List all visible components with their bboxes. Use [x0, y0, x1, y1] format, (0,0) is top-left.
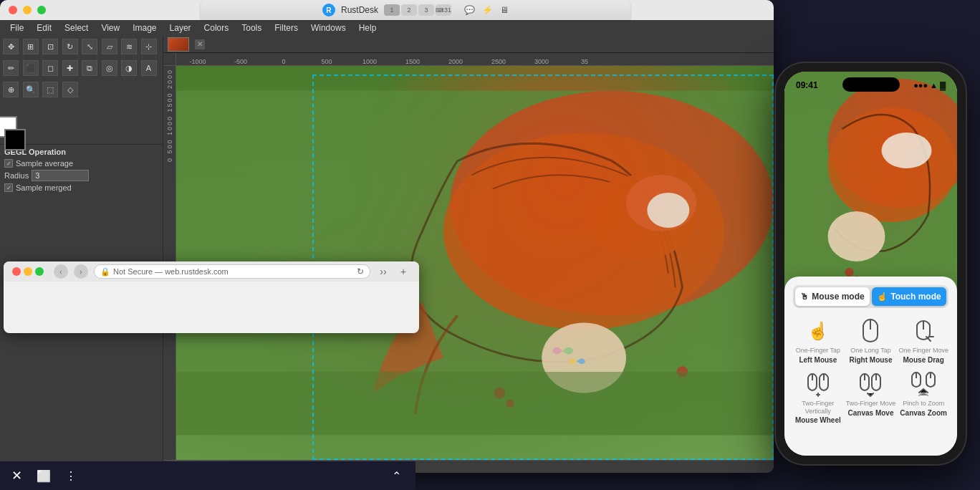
ruler-tick-500: 500 — [305, 58, 348, 65]
close-button[interactable] — [9, 6, 17, 14]
gesture-top-mouse-drag: One Finger Move — [898, 347, 948, 355]
gesture-bottom-left-mouse: Left Mouse — [799, 356, 837, 364]
browser-close[interactable] — [12, 267, 21, 276]
gesture-icon-right-mouse — [856, 317, 885, 345]
finger-move-svg — [911, 318, 936, 344]
rustdesk-tab-3[interactable]: 3 — [418, 4, 434, 16]
browser-window: ‹ › 🔒 Not Secure — web.rustdesk.com ↻ ››… — [4, 261, 419, 333]
gesture-bottom-canvas-move: Canvas Move — [848, 409, 894, 417]
sample-merged-checkbox[interactable]: ✓ — [4, 183, 13, 192]
gesture-icon-canvas-move — [856, 370, 885, 398]
tool-dodge[interactable]: ◑ — [121, 60, 137, 76]
menu-colors[interactable]: Colors — [198, 23, 235, 33]
not-secure-label: 🔒 — [100, 267, 110, 277]
tool-extra1[interactable]: ⬚ — [42, 82, 58, 97]
menu-layer[interactable]: Layer — [164, 23, 197, 33]
gesture-top-canvas-zoom: Pinch to Zoom — [903, 400, 944, 408]
ruler-tick-1500: 1500 — [391, 58, 434, 65]
tool-paint[interactable]: ✏ — [3, 60, 19, 76]
toolbar-close-button[interactable]: ✕ — [11, 468, 22, 484]
signal-icon: ●●● — [913, 81, 928, 90]
mouse-mode-button[interactable]: 🖱 Mouse mode — [795, 287, 870, 306]
menu-filters[interactable]: Filters — [269, 23, 304, 33]
tool-heal[interactable]: ✚ — [62, 60, 78, 76]
browser-address-bar[interactable]: 🔒 Not Secure — web.rustdesk.com ↻ — [94, 264, 370, 279]
ruler-corner — [163, 53, 176, 66]
add-tab-button[interactable]: + — [396, 264, 410, 279]
tab-close-button[interactable]: ✕ — [195, 39, 205, 49]
tool-zoom[interactable]: ⊕ — [3, 82, 19, 97]
menu-file[interactable]: File — [4, 23, 29, 33]
browser-forward[interactable]: › — [74, 264, 88, 279]
ruler-tick-container: -1000 -500 0 500 1000 1500 2000 2500 300… — [176, 53, 774, 65]
gesture-icon-left-mouse: ☝ — [804, 317, 832, 345]
browser-url: Not Secure — web.rustdesk.com — [113, 267, 229, 276]
bottom-toolbar: ✕ ⬜ ⋮ ⌃ — [0, 461, 415, 490]
radius-input[interactable] — [32, 170, 89, 181]
ruler-tick-0: 0 — [262, 58, 305, 65]
rustdesk-tab-2[interactable]: 2 — [401, 4, 417, 16]
tool-text[interactable]: A — [141, 60, 157, 76]
ruler-tick-1000: 1000 — [348, 58, 391, 65]
tool-shear[interactable]: ▱ — [102, 39, 117, 54]
tool-grid-row1: ✥ ⊞ ⊡ ↻ ⤡ ▱ ≋ ⊹ — [0, 36, 163, 57]
tool-blur[interactable]: ◎ — [102, 60, 117, 76]
browser-window-controls — [12, 267, 44, 276]
menu-view[interactable]: View — [95, 23, 125, 33]
tool-grid-row3: ⊕ 🔍 ⬚ ◇ — [0, 79, 163, 100]
tool-color[interactable]: 🔍 — [23, 82, 39, 97]
long-tap-svg — [860, 318, 881, 344]
tool-align[interactable]: ⊞ — [23, 39, 39, 54]
mode-switcher: 🖱 Mouse mode ☝ Touch mode — [793, 285, 948, 308]
mouse-icon: 🖱 — [800, 292, 809, 302]
tool-scale[interactable]: ⤡ — [82, 39, 97, 54]
two-finger-v-svg — [804, 371, 832, 397]
tool-clone[interactable]: ⧉ — [82, 60, 97, 76]
svg-point-14 — [882, 133, 932, 168]
rustdesk-tab-1[interactable]: 1 — [384, 4, 400, 16]
tool-extra2[interactable]: ◇ — [62, 82, 78, 97]
browser-maximize[interactable] — [35, 267, 44, 276]
tool-warp[interactable]: ≋ — [121, 39, 137, 54]
rustdesk-icon-group: 💬 ⚡ 🖥 — [464, 5, 509, 15]
menu-tools[interactable]: Tools — [236, 23, 267, 33]
gesture-icon-canvas-zoom — [909, 370, 938, 398]
radius-label: Radius — [4, 171, 29, 180]
horizontal-ruler-row: -1000 -500 0 500 1000 1500 2000 2500 300… — [163, 53, 774, 66]
tool-eraser[interactable]: ◻ — [42, 60, 58, 76]
sample-average-label: Sample average — [16, 159, 73, 168]
foreground-color-swatch[interactable] — [4, 129, 26, 150]
touch-mode-button[interactable]: ☝ Touch mode — [872, 287, 946, 306]
lightning-icon[interactable]: ⚡ — [482, 5, 493, 15]
maximize-button[interactable] — [37, 6, 46, 14]
browser-minimize[interactable] — [24, 267, 32, 276]
menu-image[interactable]: Image — [127, 23, 162, 33]
ruler-tick-neg1000: -1000 — [176, 58, 219, 65]
toolbar-menu-button[interactable]: ⋮ — [65, 469, 77, 483]
ruler-tick-neg500: -500 — [219, 58, 262, 65]
sample-average-checkbox[interactable]: ✓ — [4, 159, 13, 168]
gimp-window: [kid] (imported)-1.0 (RGB color 8-bit ga… — [0, 0, 774, 473]
browser-refresh[interactable]: ↻ — [357, 266, 364, 277]
phone-time: 09:41 — [796, 80, 818, 90]
browser-back[interactable]: ‹ — [54, 264, 68, 279]
menu-help[interactable]: Help — [353, 23, 383, 33]
minimize-button[interactable] — [23, 6, 32, 14]
chat-icon[interactable]: 💬 — [464, 5, 475, 15]
rustdesk-tab-31[interactable]: ⌨31 — [436, 4, 451, 16]
phone-status-icons: ●●● ▲ ▓ — [913, 81, 946, 90]
tool-handle[interactable]: ⊹ — [141, 39, 157, 54]
tool-rotate[interactable]: ↻ — [62, 39, 78, 54]
gesture-right-mouse: One Long Tap Right Mouse — [846, 317, 896, 364]
gesture-top-left-mouse: One-Finger Tap — [796, 347, 840, 355]
tool-move[interactable]: ✥ — [3, 39, 19, 54]
tool-crop[interactable]: ⊡ — [42, 39, 58, 54]
toolbar-window-button[interactable]: ⬜ — [37, 469, 51, 483]
tool-bucket[interactable]: ⬛ — [23, 60, 39, 76]
menu-select[interactable]: Select — [59, 23, 94, 33]
menu-edit[interactable]: Edit — [31, 23, 57, 33]
toolbar-expand-button[interactable]: ⌃ — [392, 469, 401, 483]
display-icon[interactable]: 🖥 — [500, 5, 509, 15]
new-tab-button[interactable]: ›› — [376, 264, 390, 279]
menu-windows[interactable]: Windows — [305, 23, 352, 33]
